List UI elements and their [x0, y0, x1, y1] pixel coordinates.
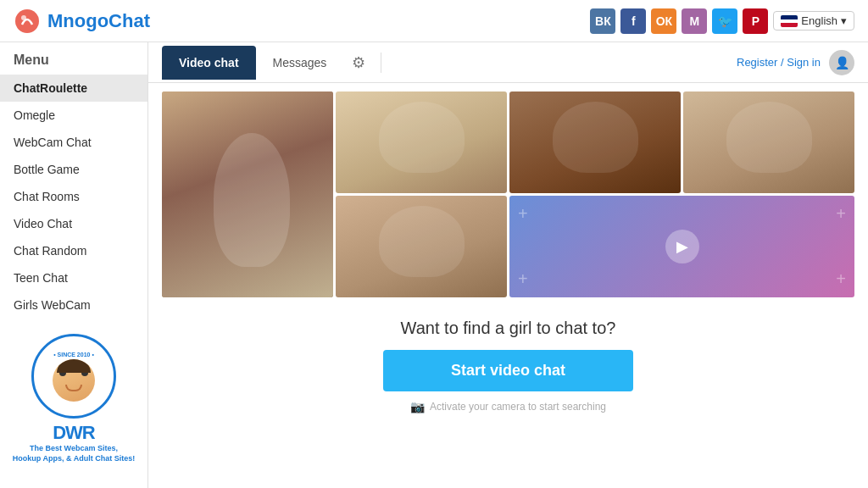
svg-point-1: [21, 15, 26, 20]
ok-button[interactable]: ОК: [651, 8, 676, 34]
twitter-button[interactable]: 🐦: [712, 8, 737, 34]
mail-button[interactable]: М: [682, 8, 707, 34]
logo-area: MnogoChat: [14, 8, 150, 35]
camera-icon: 📷: [410, 400, 425, 413]
sidebar-item-omegle[interactable]: Omegle: [0, 102, 147, 129]
play-button[interactable]: ▶: [665, 230, 699, 263]
chevron-down-icon: ▾: [841, 14, 847, 27]
settings-icon[interactable]: ⚙: [343, 47, 374, 78]
photo-top-2: [336, 92, 507, 193]
logo-text: MnogoChat: [47, 10, 150, 32]
facebook-button[interactable]: f: [620, 8, 646, 34]
start-video-chat-button[interactable]: Start video chat: [383, 350, 633, 391]
cta-section: Want to find a girl to chat to? Start vi…: [148, 305, 868, 422]
sidebar-item-girls-webcam[interactable]: Girls WebCam: [0, 291, 147, 319]
camera-note-text: Activate your camera to start searching: [430, 401, 606, 413]
vk-button[interactable]: ВК: [590, 8, 615, 34]
header-right: ВК f ОК М 🐦 P English ▾: [590, 8, 854, 34]
photo-top-3: [509, 92, 681, 193]
plus-decor-4: +: [836, 269, 846, 289]
cta-heading: Want to find a girl to chat to?: [162, 319, 854, 338]
photo-play[interactable]: + + ▶ + +: [509, 196, 854, 297]
plus-decor-1: +: [518, 204, 528, 224]
tabs-right: Register / Sign in 👤: [737, 50, 854, 75]
header: MnogoChat ВК f ОК М 🐦 P English ▾: [0, 0, 868, 42]
sidebar-item-bottle-game[interactable]: Bottle Game: [0, 156, 147, 183]
sidebar: Menu ChatRoulette Omegle WebCam Chat Bot…: [0, 42, 148, 488]
tab-messages[interactable]: Messages: [256, 46, 344, 80]
sidebar-item-chat-random[interactable]: Chat Random: [0, 237, 147, 264]
sidebar-item-video-chat[interactable]: Video Chat: [0, 210, 147, 237]
tab-video-chat[interactable]: Video chat: [162, 46, 256, 80]
tabs-bar: Video chat Messages ⚙ Register / Sign in…: [148, 42, 868, 83]
svg-point-0: [15, 9, 39, 33]
tab-divider: [381, 53, 381, 73]
pinterest-button[interactable]: P: [743, 8, 768, 34]
user-avatar[interactable]: 👤: [829, 50, 854, 75]
photo-top-4: [683, 92, 854, 193]
register-link[interactable]: Register / Sign in: [737, 56, 821, 69]
dwr-logo: DWR: [7, 422, 141, 444]
photo-mid-2: [336, 196, 507, 297]
cartoon-face: [53, 359, 95, 402]
photo-grid: + + ▶ + +: [148, 83, 868, 305]
flag-icon: [781, 15, 798, 27]
logo-icon: [14, 8, 41, 35]
plus-decor-3: +: [518, 269, 528, 289]
language-label: English: [801, 14, 837, 27]
main-layout: Menu ChatRoulette Omegle WebCam Chat Bot…: [0, 42, 868, 488]
language-selector[interactable]: English ▾: [773, 11, 854, 30]
sidebar-item-teen-chat[interactable]: Teen Chat: [0, 264, 147, 291]
since-text: • SINCE 2010 •: [53, 352, 94, 358]
sidebar-ad: • SINCE 2010 • DWR The Best Webcam Sites…: [0, 327, 147, 470]
sidebar-item-chat-rooms[interactable]: Chat Rooms: [0, 183, 147, 210]
content-area: Video chat Messages ⚙ Register / Sign in…: [148, 42, 868, 488]
plus-decor-2: +: [836, 204, 846, 224]
photo-large: [162, 92, 333, 297]
camera-note: 📷 Activate your camera to start searchin…: [162, 400, 854, 413]
menu-label: Menu: [0, 53, 147, 75]
dwr-tagline: The Best Webcam Sites,Hookup Apps, & Adu…: [7, 444, 141, 463]
sidebar-item-chatroulette[interactable]: ChatRoulette: [0, 75, 147, 102]
sidebar-item-webcam-chat[interactable]: WebCam Chat: [0, 129, 147, 156]
